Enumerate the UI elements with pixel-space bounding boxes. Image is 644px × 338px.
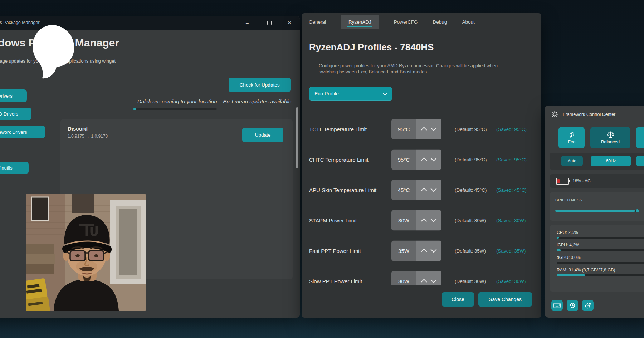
refresh-60hz-button[interactable]: 60Hz (591, 156, 631, 166)
stat-label: iGPU: 4,2% (557, 243, 644, 248)
annotation-blob (24, 25, 76, 79)
stat-label: CPU: 2,5% (557, 230, 644, 235)
framework-drivers-button[interactable]: Framework Drivers (0, 126, 45, 138)
stat-dgpu: dGPU: 0,0% (557, 255, 644, 264)
fan-timer-button[interactable] (582, 300, 594, 311)
increment-icon[interactable] (421, 249, 427, 255)
quick-action-buttons (551, 300, 594, 311)
decrement-icon[interactable] (431, 155, 437, 161)
leaf-icon (568, 131, 575, 138)
value-stepper: 45°C (391, 180, 441, 200)
webcam-overlay (26, 194, 146, 311)
gear-icon (552, 111, 558, 117)
scrollbar-thumb[interactable] (296, 107, 298, 168)
default-value: (Default: 45°C) (455, 187, 487, 192)
update-button[interactable]: Update (242, 128, 283, 142)
stat-bar-fill (557, 274, 585, 276)
battery-icon (556, 178, 569, 185)
settings-list: TCTL Temperature Limit 95°C (Default: 95… (302, 114, 541, 285)
intel-drivers-button[interactable]: Intel Drivers (0, 89, 27, 102)
stat-ram: RAM: 31,4% (8,7 GB/27,8 GB) (557, 268, 644, 276)
default-value: (Default: 35W) (455, 248, 486, 253)
maximize-icon (267, 21, 272, 25)
tab-ryzenadj[interactable]: RyzenADJ (341, 15, 379, 29)
stat-igpu: iGPU: 4,2% (557, 243, 644, 251)
description-line-2: switching between Eco, Balanced, and Boo… (319, 69, 498, 75)
setting-row-slow-ppt: Slow PPT Power Limit 30W (Default: 30W) … (302, 266, 541, 285)
stats-card: CPU: 2,5% iGPU: 4,2% dGPU: 0,0% RAM: 31,… (550, 225, 644, 292)
battery-row: 18% - AC (550, 174, 644, 188)
tab-about[interactable]: About (462, 19, 474, 25)
increment-icon[interactable] (421, 127, 427, 133)
maximize-button[interactable] (261, 16, 278, 30)
increment-icon[interactable] (421, 218, 427, 224)
stat-bar-fill (557, 237, 559, 239)
webcam-portrait (26, 194, 146, 311)
decrement-icon[interactable] (431, 216, 437, 222)
decrement-icon[interactable] (431, 246, 437, 253)
close-button[interactable]: × (281, 16, 298, 30)
decrement-icon[interactable] (431, 186, 437, 192)
mode-button-balanced[interactable]: Balanced (590, 127, 630, 148)
decrement-icon[interactable] (431, 125, 437, 131)
default-value: (Default: 95°C) (455, 126, 487, 132)
setting-label: TCTL Temperature Limit (309, 126, 367, 132)
stepper-value: 45°C (391, 180, 416, 200)
mode-label: Eco (568, 139, 576, 144)
brightness-slider[interactable] (555, 210, 638, 212)
mode-button-3-clipped[interactable] (636, 127, 644, 148)
stat-bar (557, 249, 644, 251)
tab-debug[interactable]: Debug (433, 19, 447, 25)
slider-handle[interactable] (636, 209, 639, 212)
default-value: (Default: 30W) (455, 217, 486, 223)
stepper-value: 30W (391, 271, 416, 285)
minimize-button[interactable]: – (239, 16, 255, 30)
refresh-button-3-clipped[interactable] (636, 156, 644, 166)
history-icon (569, 302, 576, 309)
default-value: (Default: 30W) (455, 278, 486, 284)
keyboard-icon (553, 303, 561, 308)
setting-row-fast-ppt: Fast PPT Power Limit 35W (Default: 35W) … (302, 235, 541, 266)
saved-value: (Saved: 95°C) (496, 126, 527, 132)
saved-value: (Saved: 95°C) (496, 157, 527, 162)
increment-icon[interactable] (421, 157, 427, 163)
check-for-updates-button[interactable]: Check for Updates (229, 78, 291, 92)
stat-bar-fill (557, 249, 561, 251)
save-changes-button[interactable]: Save Changes (478, 292, 532, 307)
close-dialog-button[interactable]: Close (442, 292, 474, 307)
increment-icon[interactable] (421, 188, 427, 194)
battery-fill (557, 179, 560, 183)
amd-drivers-button[interactable]: AMD Drivers (0, 108, 31, 120)
mode-button-eco[interactable]: Eco (558, 127, 585, 148)
history-button[interactable] (567, 300, 578, 311)
decrement-icon[interactable] (431, 277, 437, 283)
chevron-down-icon (382, 90, 387, 95)
panel-header: Framework Control Center (552, 111, 615, 117)
stat-label: RAM: 31,4% (8,7 GB/27,8 GB) (557, 268, 644, 273)
stat-bar (557, 237, 644, 239)
saved-value: (Saved: 45°C) (496, 187, 527, 192)
stopwatch-gear-icon (584, 302, 591, 309)
ctt-winutils-button[interactable]: CTT Winutils (0, 162, 29, 174)
setting-label: APU Skin Temperature Limit (309, 187, 376, 193)
update-progress-fill (133, 108, 136, 110)
framework-control-center: Framework Control Center Eco Balanced (545, 106, 644, 318)
keyboard-button[interactable] (551, 300, 563, 311)
section-title: RyzenADJ Profiles - 7840HS (309, 42, 434, 53)
dialog-footer: Close Save Changes (302, 292, 541, 307)
tab-general[interactable]: General (309, 19, 326, 25)
setting-label: Fast PPT Power Limit (309, 248, 361, 254)
stepper-value: 95°C (391, 149, 416, 170)
description-line-1: Configure power profiles for your AMD Ry… (319, 63, 498, 69)
profile-dropdown[interactable]: Eco Profile (309, 87, 392, 101)
default-value: (Default: 95°C) (455, 157, 487, 162)
increment-icon[interactable] (421, 279, 427, 285)
setting-label: CHTC Temperature Limit (309, 156, 369, 162)
window-title: Windows Package Manager (0, 20, 40, 25)
ryzenadj-window: General RyzenADJ PowerCFG Debug About Ry… (302, 13, 541, 318)
update-progress-bar (133, 108, 217, 110)
refresh-auto-button[interactable]: Auto (561, 156, 583, 166)
tab-powercfg[interactable]: PowerCFG (394, 19, 418, 25)
mode-label: Balanced (601, 139, 620, 144)
stat-cpu: CPU: 2,5% (557, 230, 644, 239)
